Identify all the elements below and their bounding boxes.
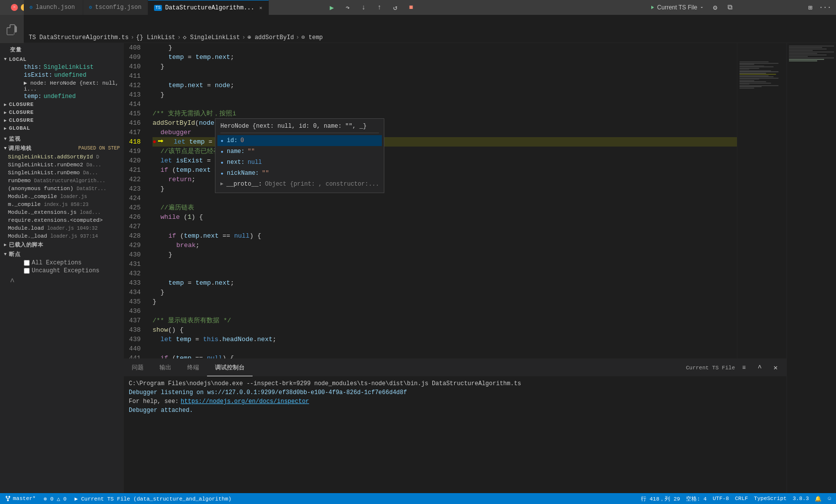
code-area: 408 409 410 411 412 413 414 415 416 417 … [124,43,786,369]
breadcrumb-addsortbyid[interactable]: ⊕ addSortById [248,34,294,41]
status-run[interactable]: ▶ Current TS File (data_structure_and_al… [74,496,231,502]
breadcrumb-file[interactable]: TS DataStructureAlgorithm.ts [29,34,129,41]
tab-close-main[interactable]: ✕ [260,5,262,11]
language: TypeScript [754,496,786,502]
stack-frame-6[interactable]: m._compile index.js 858:23 [0,201,124,208]
split-right-icon[interactable]: ⊞ [803,0,817,14]
status-errors[interactable]: ⊗ 0 △ 0 [44,496,66,502]
debug-step-over-button[interactable]: ↷ [341,0,355,14]
callstack-header[interactable]: ▼ 调用堆栈 [4,145,32,152]
code-line-424 [153,194,737,203]
stack-frame-10[interactable]: Module._load loader.js 937:14 [0,232,124,240]
panel-tab-output[interactable]: 输出 [152,359,179,376]
var-node[interactable]: ▶ node: HeroNode {next: null, i... [0,79,124,93]
status-version[interactable]: 3.8.3 [792,495,809,503]
status-line-ending[interactable]: CRLF [735,495,748,503]
uncaught-exceptions-item[interactable]: Uncaught Exceptions [0,267,124,275]
panel-tab-terminal[interactable]: 终端 [179,359,207,376]
all-exceptions-checkbox[interactable] [24,260,30,266]
closure-1-header[interactable]: ▶ Closure [0,101,124,108]
var-temp[interactable]: temp: undefined [0,93,124,101]
status-spaces[interactable]: 空格: 4 [686,495,707,503]
error-count: ⊗ 0 △ 0 [44,496,66,502]
more-actions-icon[interactable]: ··· [818,0,832,14]
status-bell[interactable]: 🔔 [815,495,822,503]
status-branch[interactable]: master* [5,496,36,502]
debug-continue-button[interactable]: ▶ [325,0,339,14]
breakpoints-header[interactable]: ▼ 断点 [0,250,124,259]
stack-frame-5[interactable]: Module._compile loader.js [0,193,124,201]
panel-close-btn[interactable]: ✕ [769,361,783,375]
uncaught-exceptions-checkbox[interactable] [24,268,30,274]
tab-icon-launch: ⚙ [30,4,33,10]
code-line-433: temp = temp.next; [153,278,737,288]
feedback-icon: ☺ [828,496,831,502]
local-section-header[interactable]: ▼ Local [0,55,124,63]
code-line-436 [153,306,737,316]
tab-tsconfig[interactable]: ⚙ tsconfig.json [83,0,148,15]
split-editor-icon[interactable]: ⧉ [723,0,737,14]
tab-launch[interactable]: ⚙ launch.json [24,0,83,15]
stack-frame-1[interactable]: SingleLinkList.runDemo2 Da... [0,161,124,169]
settings-gear-icon[interactable]: ⚙ [708,0,722,14]
branch-name: master* [13,496,36,502]
panel-content: C:\Program Files\nodejs\node.exe --inspe… [124,376,786,482]
stack-frame-4[interactable]: (anonymous function) DataStr... [0,185,124,193]
debug-restart-button[interactable]: ↺ [388,0,402,14]
panel-tab-problems[interactable]: 问题 [124,359,152,376]
code-line-429: break; [153,241,737,250]
tab-icon-tsconfig: ⚙ [89,4,92,10]
debug-step-in-button[interactable]: ↓ [357,0,370,14]
breadcrumb-linkist[interactable]: {} LinkList [136,34,175,41]
all-exceptions-item[interactable]: All Exceptions [0,259,124,267]
run-button[interactable]: Current TS File [646,3,707,12]
panel-collapse-btn[interactable]: ^ [753,361,767,375]
tab-main[interactable]: TS DataStructureAlgorithm... ✕ [148,0,269,15]
cursor-position: 行 418，列 29 [641,495,680,503]
code-line-409: temp = temp.next; [153,52,737,62]
code-line-413: } [153,90,737,100]
hover-tooltip: HeroNode {next: null, id: 0, name: "", _… [215,118,384,193]
inspector-link[interactable]: https://nodejs.org/en/docs/inspector [181,397,309,406]
global-header[interactable]: ▶ Global [0,124,124,132]
code-line-410: } [153,62,737,71]
code-content[interactable]: HeroNode {next: null, id: 0, name: "", _… [151,43,737,369]
debug-console[interactable]: C:\Program Files\nodejs\node.exe --inspe… [124,376,786,482]
status-language[interactable]: TypeScript [754,495,786,503]
panel-tabs: 问题 输出 终端 调试控制台 Current TS File ≡ ^ ✕ [124,359,786,376]
stack-frame-2[interactable]: SingleLinkList.runDemo Da... [0,169,124,177]
closure-2-header[interactable]: ▶ Closure [0,108,124,116]
breakpoint-dot: ● [153,137,157,147]
status-encoding[interactable]: UTF-8 [713,495,729,503]
expand-panel-btn[interactable]: ^ [0,277,124,288]
close-button[interactable]: × [11,4,18,11]
var-isexist[interactable]: isExist: undefined [0,71,124,79]
panel-menu-btn[interactable]: ≡ [737,361,751,375]
panel-tab-debug-console[interactable]: 调试控制台 [207,359,253,376]
code-editor[interactable]: 408 409 410 411 412 413 414 415 416 417 … [124,43,786,493]
stack-frame-7[interactable]: Module._extensions.js load... [0,208,124,216]
tab-label-tsconfig: tsconfig.json [95,4,142,11]
watcher-arrow: ▼ [4,137,7,142]
breadcrumb-temp[interactable]: ⊙ temp [302,34,323,41]
stack-frame-3[interactable]: runDemo DataStructureAlgorith... [0,177,124,185]
var-this[interactable]: this: SingleLinkList [0,63,124,71]
tooltip-item-proto[interactable]: ▶ __proto__: Object {print: , constructo… [220,179,379,190]
watcher-header[interactable]: ▼ 监视 [0,134,124,144]
closure-3-header[interactable]: ▶ Closure [0,116,124,124]
stack-frame-9[interactable]: Module.load loader.js 1049:32 [0,224,124,232]
file-encoding: UTF-8 [713,496,729,502]
breadcrumb: TS DataStructureAlgorithm.ts › {} LinkLi… [24,32,836,43]
global-label: Global [9,125,30,131]
status-position[interactable]: 行 418，列 29 [641,495,680,503]
breadcrumb-singlelinklist[interactable]: ◇ SingleLinkList [183,34,240,41]
activity-explorer[interactable] [0,18,24,42]
stack-frame-8[interactable]: require.extensions.<computed> [0,216,124,224]
debug-stop-button[interactable]: ■ [404,0,418,14]
status-feedback[interactable]: ☺ [828,495,831,503]
closure-3-label: Closure [9,117,34,123]
minimap[interactable] [737,43,786,369]
stack-frame-0[interactable]: SingleLinkList.addSortById D [0,153,124,161]
debug-step-out-button[interactable]: ↑ [372,0,386,14]
loaded-scripts-header[interactable]: ▶ 已载入的脚本 [0,240,124,250]
